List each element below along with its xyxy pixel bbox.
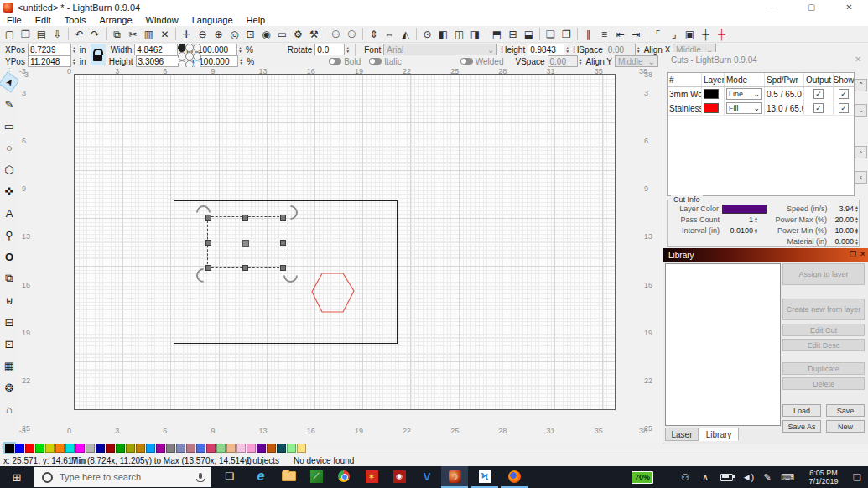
ellipse-tool[interactable]: ○ bbox=[2, 140, 17, 155]
polygon-tool[interactable]: ⬡ bbox=[2, 162, 17, 177]
tab-laser[interactable]: Laser bbox=[665, 428, 699, 441]
taskbar-chrome[interactable] bbox=[330, 466, 357, 486]
layer-up-button[interactable]: ⌃ bbox=[855, 79, 867, 91]
palette-color-3[interactable] bbox=[35, 444, 44, 453]
palette-color-15[interactable] bbox=[156, 444, 165, 453]
people-icon[interactable]: ⚇ bbox=[675, 466, 695, 488]
interval-input[interactable]: 0.0100 bbox=[720, 226, 753, 235]
palette-color-6[interactable] bbox=[65, 444, 75, 453]
layer-down-button[interactable]: ⌄ bbox=[855, 104, 867, 117]
save-file-icon[interactable]: ▤ bbox=[34, 27, 49, 41]
new-button[interactable]: New bbox=[826, 420, 865, 433]
palette-color-26[interactable] bbox=[267, 444, 276, 453]
selection-center-handle[interactable] bbox=[242, 240, 249, 247]
search-box[interactable]: Type here to search bbox=[34, 467, 211, 487]
optimization-settings-tool[interactable]: ❂ bbox=[2, 380, 17, 395]
camera-capture-icon[interactable]: ◉ bbox=[258, 27, 274, 41]
frame-corner-br-icon[interactable]: ⌟ bbox=[666, 27, 682, 41]
menu-edit[interactable]: Edit bbox=[29, 15, 58, 26]
edit-desc-button[interactable]: Edit Desc bbox=[782, 339, 865, 351]
output-checkbox[interactable]: ✓ bbox=[813, 103, 824, 113]
clock[interactable]: 6:05 PM 7/1/2019 bbox=[802, 466, 845, 488]
show-checkbox[interactable]: ✓ bbox=[839, 103, 849, 113]
panel-left-button[interactable]: ‹ bbox=[855, 171, 867, 184]
italic-toggle[interactable]: Italic bbox=[369, 57, 402, 66]
group-icon[interactable]: ⚇ bbox=[328, 27, 344, 41]
palette-color-22[interactable] bbox=[226, 444, 236, 453]
anchor-dot-5[interactable] bbox=[193, 52, 201, 60]
material-input[interactable]: 0.000 bbox=[827, 237, 854, 246]
menu-arrange[interactable]: Arrange bbox=[92, 15, 138, 26]
float-panel-icon[interactable]: ❐ bbox=[850, 250, 856, 258]
align-left-icon[interactable]: ◧ bbox=[435, 27, 451, 41]
palette-color-13[interactable] bbox=[136, 444, 145, 453]
power-max-input[interactable]: 20.00 bbox=[827, 215, 854, 224]
start-button[interactable]: ⊞ bbox=[0, 466, 34, 488]
pen-icon[interactable]: ✎ bbox=[758, 466, 777, 488]
palette-color-5[interactable] bbox=[55, 444, 65, 453]
align-middle-icon[interactable]: ◫ bbox=[451, 27, 467, 41]
frame-corner-tl-icon[interactable]: ⌜ bbox=[650, 27, 666, 41]
taskbar-bolt-app[interactable]: Ϟ bbox=[471, 466, 498, 488]
shape-tool[interactable]: ⌂ bbox=[2, 402, 17, 417]
volume-icon[interactable]: ◄) bbox=[738, 466, 758, 488]
maximize-button[interactable]: ▢ bbox=[793, 0, 830, 15]
font-combo[interactable]: Arial⌄ bbox=[383, 44, 497, 55]
show-checkbox[interactable]: ✓ bbox=[839, 89, 849, 99]
layer-row-3mm-wood[interactable]: 3mm Wood Line⌄ 0.5 / 65.0 ✓ ✓ bbox=[668, 87, 854, 101]
palette-color-21[interactable] bbox=[216, 444, 226, 453]
taskbar-red-app[interactable]: ✶ bbox=[358, 466, 385, 486]
align-center-icon[interactable]: ⊙ bbox=[419, 27, 435, 41]
ypos-spinner[interactable]: ▲▼ bbox=[72, 58, 76, 65]
pass-count-input[interactable]: 1 bbox=[720, 215, 753, 224]
zoom-to-page-icon[interactable]: ◎ bbox=[226, 27, 242, 41]
save-button[interactable]: Save bbox=[826, 404, 865, 417]
palette-color-14[interactable] bbox=[146, 444, 155, 453]
delete-button[interactable]: Delete bbox=[782, 377, 865, 390]
tray-expand-icon[interactable]: ∧ bbox=[696, 466, 715, 488]
palette-color-16[interactable] bbox=[166, 444, 175, 453]
selection-handle[interactable] bbox=[280, 240, 286, 246]
vspace-input[interactable]: 0.00 bbox=[548, 55, 578, 67]
text-tool[interactable]: A bbox=[2, 205, 17, 221]
screen-capture-icon[interactable]: ▭ bbox=[274, 27, 290, 41]
taskbar-camera-app[interactable]: ◉ bbox=[386, 466, 413, 486]
palette-color-17[interactable] bbox=[176, 444, 185, 453]
menu-help[interactable]: Help bbox=[240, 15, 273, 26]
move-selection-icon[interactable]: ❏ bbox=[543, 27, 559, 41]
welded-toggle[interactable]: Welded bbox=[460, 57, 504, 66]
space-v-icon[interactable]: ⇥ bbox=[628, 27, 644, 41]
push-middle-icon[interactable]: ⊟ bbox=[505, 27, 521, 41]
push-bottom-icon[interactable]: ⬓ bbox=[521, 27, 537, 41]
palette-color-8[interactable] bbox=[86, 444, 95, 453]
tab-library[interactable]: Library bbox=[699, 428, 739, 441]
frame-selection-icon[interactable]: ⊡ bbox=[242, 27, 258, 41]
taskbar-ie[interactable]: e bbox=[247, 466, 274, 486]
bold-toggle[interactable]: Bold bbox=[329, 57, 361, 66]
redo-icon[interactable]: ↷ bbox=[87, 27, 103, 41]
zoom-out-icon[interactable]: ⊖ bbox=[195, 27, 211, 41]
palette-color-1[interactable] bbox=[15, 444, 24, 453]
canvas[interactable]: -30369131619222528313538-303691316192225… bbox=[18, 67, 663, 443]
taskbar-blue-v-app[interactable]: V bbox=[413, 466, 440, 486]
palette-color-18[interactable] bbox=[186, 444, 195, 453]
hexagon-shape[interactable] bbox=[311, 273, 355, 314]
duplicate-button[interactable]: Duplicate bbox=[782, 362, 865, 375]
selection-handle[interactable] bbox=[242, 215, 248, 221]
height-input[interactable]: 3.3096 bbox=[136, 55, 179, 67]
output-checkbox[interactable]: ✓ bbox=[813, 89, 824, 99]
battery-icon[interactable] bbox=[716, 466, 736, 488]
distribute-v-icon[interactable]: ≡ bbox=[596, 27, 612, 41]
menu-tools[interactable]: Tools bbox=[58, 15, 93, 26]
delete-icon[interactable]: ✕ bbox=[157, 27, 173, 41]
mode-combo[interactable]: Line⌄ bbox=[726, 88, 762, 100]
xpos-spinner[interactable]: ▲▼ bbox=[72, 46, 76, 53]
library-list[interactable] bbox=[665, 263, 781, 426]
cut-icon[interactable]: ✂ bbox=[125, 27, 141, 41]
taskbar-firefox[interactable] bbox=[501, 466, 528, 488]
boolean-subtract-tool[interactable]: ⊟ bbox=[2, 314, 17, 330]
undo-icon[interactable]: ↶ bbox=[71, 27, 87, 41]
push-top-icon[interactable]: ⬒ bbox=[489, 27, 505, 41]
move-laser-position-icon[interactable]: ┼ bbox=[714, 27, 730, 41]
new-file-icon[interactable]: ▢ bbox=[2, 27, 18, 41]
